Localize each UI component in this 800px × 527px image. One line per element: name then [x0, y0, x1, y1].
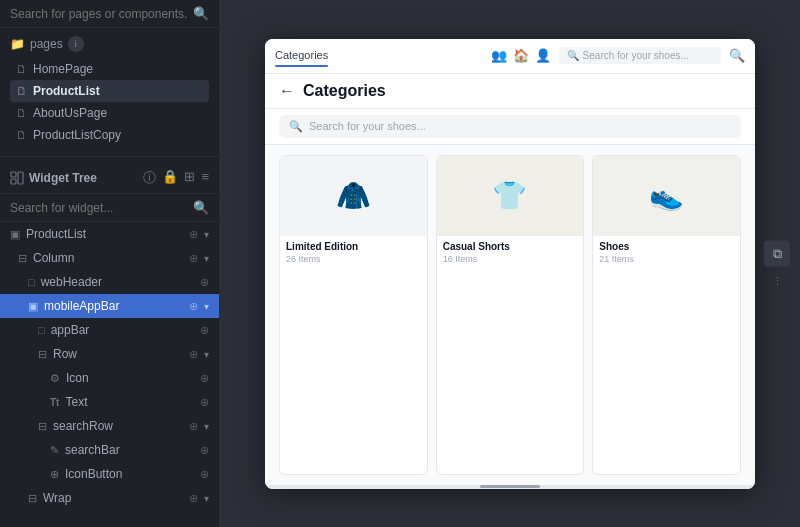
widget-search-input[interactable]: [10, 201, 187, 215]
add-widget-icon[interactable]: ⊕: [200, 468, 209, 481]
tree-item-icon[interactable]: ⚙ Icon ⊕: [0, 366, 219, 390]
tree-item-searchbar[interactable]: ✎ searchBar ⊕: [0, 438, 219, 462]
product-info: Shoes 21 Items: [593, 236, 740, 269]
add-widget-icon[interactable]: ⊕: [200, 324, 209, 337]
add-icon[interactable]: ⊞: [184, 169, 195, 187]
add-widget-icon[interactable]: ⊕: [189, 348, 198, 361]
device-search-row: 🔍 Search for your shoes...: [265, 109, 755, 145]
pages-section: 📁 pages i 🗋 HomePage 🗋 ProductList 🗋 Abo…: [0, 28, 219, 150]
chevron-icon: ▾: [204, 229, 209, 240]
lock-icon[interactable]: 🔒: [162, 169, 178, 187]
tree-item-row[interactable]: ⊟ Row ⊕ ▾: [0, 342, 219, 366]
widget-icon: ⊟: [38, 420, 47, 433]
chevron-icon: ▾: [204, 493, 209, 504]
product-card-shoes[interactable]: 👟 Shoes 21 Items: [592, 155, 741, 475]
tree-item-iconbutton[interactable]: ⊕ IconButton ⊕: [0, 462, 219, 486]
page-icon: 🗋: [16, 129, 27, 141]
search-icon: 🔍: [567, 50, 579, 61]
widget-icon: □: [38, 324, 45, 336]
tab-active-indicator: [275, 65, 328, 67]
back-arrow-icon[interactable]: ←: [279, 82, 295, 100]
tree-item-label: searchBar: [65, 443, 194, 457]
user-icon: 👤: [535, 48, 551, 63]
product-image: 👟: [593, 156, 740, 236]
pages-label: pages: [30, 37, 63, 51]
device-nav-icons: 👥 🏠 👤: [491, 48, 551, 63]
widget-icon: Tt: [50, 397, 59, 408]
product-card-casual-shorts[interactable]: 👕 Casual Shorts 16 Items: [436, 155, 585, 475]
more-icon[interactable]: ≡: [201, 169, 209, 187]
pages-search-input[interactable]: [10, 7, 187, 21]
page-label: HomePage: [33, 62, 93, 76]
widget-icon: ✎: [50, 444, 59, 457]
tree-item-label: ProductList: [26, 227, 183, 241]
device-scrollbar: [265, 485, 755, 489]
widget-icon: ⚙: [50, 372, 60, 385]
add-widget-icon[interactable]: ⊕: [200, 396, 209, 409]
widget-icon: □: [28, 276, 35, 288]
copy-button[interactable]: ⧉: [764, 240, 790, 266]
add-widget-icon[interactable]: ⊕: [200, 276, 209, 289]
folder-icon: 📁: [10, 37, 25, 51]
tree-item-label: mobileAppBar: [44, 299, 183, 313]
search-placeholder: Search for your shoes...: [583, 50, 689, 61]
add-widget-icon[interactable]: ⊕: [200, 444, 209, 457]
right-edge-tools: ⧉ ⋮: [764, 240, 790, 287]
page-label: ProductListCopy: [33, 128, 121, 142]
chevron-icon: ▾: [204, 421, 209, 432]
sidebar-item-productlist[interactable]: 🗋 ProductList: [10, 80, 209, 102]
tree-item-wrap[interactable]: ⊟ Wrap ⊕ ▾: [0, 486, 219, 510]
tree-item-productlist[interactable]: ▣ ProductList ⊕ ▾: [0, 222, 219, 246]
add-widget-icon[interactable]: ⊕: [189, 300, 198, 313]
page-icon: 🗋: [16, 63, 27, 75]
product-grid: 🧥 Limited Edition 26 Items 👕 Casual Shor…: [265, 145, 755, 485]
device-appbar: ← Categories: [265, 74, 755, 109]
tree-item-webheader[interactable]: □ webHeader ⊕: [0, 270, 219, 294]
search-expand-icon[interactable]: 🔍: [729, 48, 745, 63]
product-image-placeholder: 👟: [649, 179, 684, 212]
widget-icon: ⊕: [50, 468, 59, 481]
search-icon: 🔍: [289, 120, 303, 133]
device-top-search[interactable]: 🔍 Search for your shoes...: [559, 47, 721, 64]
tree-item-label: searchRow: [53, 419, 183, 433]
top-search-bar[interactable]: 🔍: [0, 0, 219, 28]
device-search-input[interactable]: 🔍 Search for your shoes...: [279, 115, 741, 138]
add-widget-icon[interactable]: ⊕: [200, 372, 209, 385]
page-label: ProductList: [33, 84, 100, 98]
sidebar-item-productlistcopy[interactable]: 🗋 ProductListCopy: [10, 124, 209, 146]
add-widget-icon[interactable]: ⊕: [189, 492, 198, 505]
divider: [0, 156, 219, 157]
product-image: 👕: [437, 156, 584, 236]
widget-icon: ▣: [28, 300, 38, 313]
tree-item-appbar[interactable]: □ appBar ⊕: [0, 318, 219, 342]
info-icon[interactable]: ⓘ: [143, 169, 156, 187]
svg-rect-0: [11, 172, 16, 177]
widget-icon: ▣: [10, 228, 20, 241]
home-icon: 🏠: [513, 48, 529, 63]
widget-icon: ⊟: [18, 252, 27, 265]
svg-rect-1: [11, 179, 16, 184]
widget-icon: ⊟: [28, 492, 37, 505]
widget-search-bar[interactable]: 🔍: [0, 194, 219, 222]
tree-item-searchrow[interactable]: ⊟ searchRow ⊕ ▾: [0, 414, 219, 438]
tree-item-label: webHeader: [41, 275, 194, 289]
sidebar-item-aboutuspage[interactable]: 🗋 AboutUsPage: [10, 102, 209, 124]
tree-item-column[interactable]: ⊟ Column ⊕ ▾: [0, 246, 219, 270]
tree-item-mobileappbar[interactable]: ▣ mobileAppBar ⊕ ▾: [0, 294, 219, 318]
resize-handle[interactable]: ⋮: [772, 274, 783, 287]
add-widget-icon[interactable]: ⊕: [189, 228, 198, 241]
tree-item-label: Wrap: [43, 491, 183, 505]
people-icon: 👥: [491, 48, 507, 63]
product-info: Limited Edition 26 Items: [280, 236, 427, 269]
sidebar-item-homepage[interactable]: 🗋 HomePage: [10, 58, 209, 80]
add-widget-icon[interactable]: ⊕: [189, 420, 198, 433]
sidebar: 🔍 📁 pages i 🗋 HomePage 🗋 ProductList 🗋 A…: [0, 0, 220, 527]
tree-item-label: Icon: [66, 371, 194, 385]
tree-item-text[interactable]: Tt Text ⊕: [0, 390, 219, 414]
chevron-icon: ▾: [204, 253, 209, 264]
add-widget-icon[interactable]: ⊕: [189, 252, 198, 265]
main-canvas: Categories 👥 🏠 👤 🔍 Search for your shoes…: [220, 0, 800, 527]
widget-tree-header: Widget Tree ⓘ 🔒 ⊞ ≡: [0, 163, 219, 194]
product-count: 26 Items: [286, 254, 421, 264]
product-card-limited-edition[interactable]: 🧥 Limited Edition 26 Items: [279, 155, 428, 475]
